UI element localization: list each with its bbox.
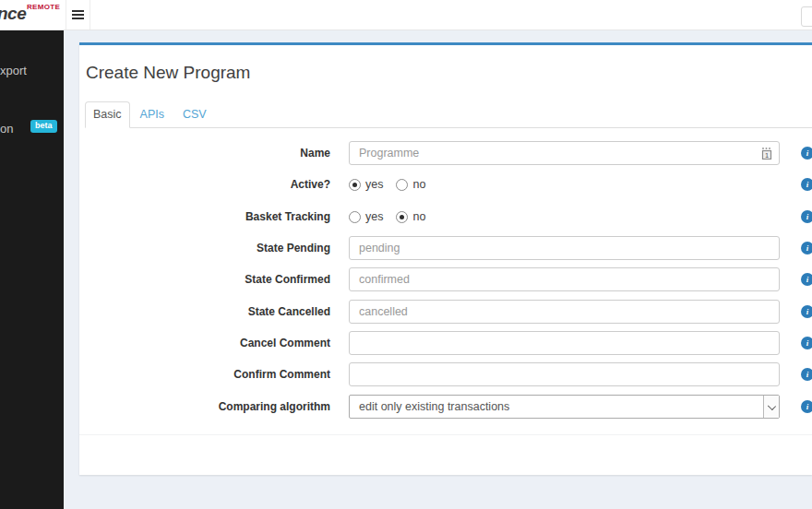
form-row-name: Name 1 i bbox=[79, 141, 812, 165]
top-navbar: nce REMOTE bbox=[0, 0, 812, 30]
field-label: Active? bbox=[79, 172, 330, 196]
panel-footer-divider bbox=[79, 434, 812, 435]
page-title: Create New Program bbox=[86, 63, 250, 83]
info-icon[interactable]: i bbox=[801, 178, 812, 191]
radio-basket-yes[interactable] bbox=[349, 211, 361, 223]
info-icon[interactable]: i bbox=[801, 305, 812, 318]
cancel-comment-input[interactable] bbox=[349, 331, 780, 355]
form-row-comparing-algorithm: Comparing algorithm edit only existing t… bbox=[79, 395, 812, 419]
tab-apis[interactable]: APIs bbox=[132, 101, 173, 128]
confirm-comment-input[interactable] bbox=[349, 362, 780, 386]
radio-label[interactable]: yes bbox=[365, 205, 383, 229]
name-input[interactable] bbox=[349, 141, 780, 165]
info-icon[interactable]: i bbox=[801, 400, 812, 413]
form-row-active: Active? yes no i bbox=[79, 172, 812, 196]
form-row-cancel-comment: Cancel Comment i bbox=[79, 331, 812, 355]
radio-label[interactable]: no bbox=[412, 172, 425, 196]
state-pending-input[interactable] bbox=[349, 236, 780, 260]
field-label: Comparing algorithm bbox=[79, 395, 330, 419]
navbar-right-box[interactable] bbox=[801, 6, 812, 27]
sidebar-toggle-button[interactable] bbox=[66, 0, 90, 30]
sidebar-item-export[interactable]: xport bbox=[0, 64, 64, 78]
logo-remote-badge: REMOTE bbox=[27, 3, 60, 11]
info-icon[interactable]: i bbox=[801, 147, 812, 160]
beta-badge: beta bbox=[30, 120, 57, 133]
selected-option-label: edit only existing transactions bbox=[359, 396, 509, 418]
field-label: Cancel Comment bbox=[79, 331, 330, 355]
sidebar-item-beta[interactable]: on beta bbox=[0, 122, 64, 136]
info-icon[interactable]: i bbox=[801, 210, 812, 223]
sidebar-nav: xport on beta bbox=[0, 30, 64, 509]
field-label: State Cancelled bbox=[79, 300, 330, 324]
info-icon[interactable]: i bbox=[801, 337, 812, 349]
create-program-panel: Create New Program Basic APIs CSV Name 1 bbox=[79, 42, 812, 475]
form-row-confirm-comment: Confirm Comment i bbox=[79, 362, 812, 386]
app-logo[interactable]: nce REMOTE bbox=[0, 0, 64, 30]
state-confirmed-input[interactable] bbox=[349, 267, 780, 291]
field-label: State Pending bbox=[79, 236, 330, 260]
comparing-algorithm-select[interactable]: edit only existing transactions bbox=[349, 395, 780, 419]
logo-text: nce bbox=[0, 4, 26, 24]
app-screen: nce REMOTE xport on beta Create New Prog… bbox=[0, 0, 812, 509]
radio-label[interactable]: no bbox=[412, 205, 425, 229]
sidebar-item-label: xport bbox=[0, 64, 27, 77]
radio-label[interactable]: yes bbox=[365, 172, 383, 196]
radio-active-yes[interactable] bbox=[349, 179, 361, 191]
form-row-basket-tracking: Basket Tracking yes no i bbox=[79, 205, 812, 229]
info-icon[interactable]: i bbox=[801, 273, 812, 286]
field-label: Confirm Comment bbox=[79, 362, 330, 386]
radio-active-no[interactable] bbox=[396, 179, 408, 191]
tab-csv[interactable]: CSV bbox=[174, 101, 215, 128]
field-label: Basket Tracking bbox=[79, 205, 330, 229]
tab-bar: Basic APIs CSV bbox=[85, 101, 812, 128]
state-cancelled-input[interactable] bbox=[349, 300, 780, 324]
form-row-state-pending: State Pending i bbox=[79, 236, 812, 260]
sidebar-item-label: on bbox=[0, 122, 13, 136]
svg-text:1: 1 bbox=[765, 151, 769, 160]
field-label: State Confirmed bbox=[79, 267, 330, 291]
tab-basic[interactable]: Basic bbox=[85, 101, 130, 128]
field-label: Name bbox=[79, 141, 330, 165]
info-icon[interactable]: i bbox=[801, 368, 812, 381]
autofill-calendar-icon[interactable]: 1 bbox=[760, 147, 773, 160]
form-row-state-confirmed: State Confirmed i bbox=[79, 267, 812, 291]
form-row-state-cancelled: State Cancelled i bbox=[79, 300, 812, 324]
radio-basket-no[interactable] bbox=[396, 211, 408, 223]
info-icon[interactable]: i bbox=[801, 242, 812, 254]
chevron-down-icon bbox=[763, 396, 779, 418]
